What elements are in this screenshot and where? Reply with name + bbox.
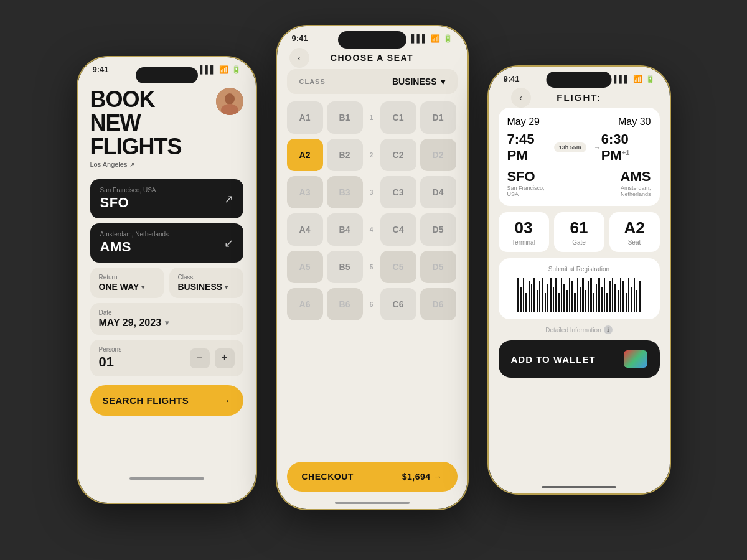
decrement-button[interactable]: − bbox=[190, 348, 210, 368]
barcode-card: Submit at Registration bbox=[499, 258, 660, 319]
return-field[interactable]: Return ONE WAY ▾ bbox=[90, 268, 164, 298]
wifi-icon-3: 📶 bbox=[633, 75, 642, 83]
time-from: 7:45 PM bbox=[507, 131, 550, 164]
seat-D4[interactable]: D4 bbox=[420, 176, 456, 208]
seat-C6[interactable]: C6 bbox=[380, 288, 416, 320]
book-title: BOOK NEW FLIGHTS Los Angeles ↗ bbox=[90, 88, 182, 168]
to-code-3: AMS bbox=[621, 169, 651, 185]
signal-icon-2: ▌▌▌ bbox=[411, 34, 428, 43]
seat-D5[interactable]: D5 bbox=[420, 213, 456, 246]
seat-B6: B6 bbox=[327, 288, 363, 320]
seat-D5b: D5 bbox=[420, 251, 456, 283]
location-row: Los Angeles ↗ bbox=[90, 161, 182, 168]
seat-B2[interactable]: B2 bbox=[327, 139, 363, 171]
seat-A1[interactable]: A1 bbox=[287, 101, 323, 134]
class-selector[interactable]: CLASS BUSINESS ▾ bbox=[287, 69, 458, 94]
wifi-icon-2: 📶 bbox=[431, 34, 440, 43]
to-country: Netherlands bbox=[621, 191, 651, 197]
terminal-value: 03 bbox=[505, 218, 543, 238]
battery-icon-1: 🔋 bbox=[232, 65, 241, 74]
arrow-right-icon: → bbox=[594, 143, 601, 152]
from-field[interactable]: San Francisco, USA SFO ↗ bbox=[90, 179, 243, 218]
date-label: Date bbox=[99, 309, 235, 316]
seat-grid: A1 B1 1 C1 D1 A2 B2 2 C2 D2 A3 B3 3 C3 D… bbox=[277, 101, 467, 455]
row-num-2: 2 bbox=[367, 152, 377, 159]
search-arrow-icon: → bbox=[221, 395, 231, 406]
class-chevron-icon: ▾ bbox=[225, 284, 228, 291]
add-wallet-label: ADD TO WALLET bbox=[511, 354, 596, 365]
status-bar-3: 9:41 ▌▌▌ 📶 🔋 bbox=[489, 67, 670, 87]
seat-A3: A3 bbox=[287, 176, 323, 208]
home-indicator-1 bbox=[129, 477, 204, 480]
row-num-6: 6 bbox=[367, 301, 377, 308]
terminal-box: 03 Terminal bbox=[499, 212, 549, 252]
to-field[interactable]: Amsterdam, Netherlands AMS ↙ bbox=[90, 223, 243, 263]
seat-B5[interactable]: B5 bbox=[327, 251, 363, 283]
persons-left: Persons 01 bbox=[99, 346, 122, 370]
class-label: Class bbox=[178, 274, 235, 281]
flight-times: 7:45 PM 13h 55m → 6:30 PM+1 bbox=[507, 131, 651, 164]
time-to: 6:30 PM+1 bbox=[601, 131, 651, 164]
class-value: BUSINESS ▾ bbox=[178, 282, 235, 292]
signal-icon-3: ▌▌▌ bbox=[614, 75, 630, 83]
increment-button[interactable]: + bbox=[215, 348, 235, 368]
seat-C5: C5 bbox=[380, 251, 416, 283]
airports: SFO San Francisco, USA AMS Amsterdam, Ne… bbox=[507, 169, 651, 197]
checkout-price: $1,694 → bbox=[402, 472, 443, 482]
seat-row-2: A2 B2 2 C2 D2 bbox=[287, 139, 458, 171]
seat-A2[interactable]: A2 bbox=[287, 139, 323, 171]
status-bar-2: 9:41 ▌▌▌ 📶 🔋 bbox=[277, 26, 467, 47]
barcode-title: Submit at Registration bbox=[507, 266, 651, 273]
seat-B4[interactable]: B4 bbox=[327, 213, 363, 246]
checkout-arrow-icon: → bbox=[433, 472, 443, 482]
seat-B1[interactable]: B1 bbox=[327, 101, 363, 134]
info-icon: ℹ bbox=[604, 325, 613, 334]
location-arrow-icon: ↗ bbox=[129, 161, 134, 168]
avatar-image bbox=[216, 88, 243, 115]
class-selector-label: CLASS bbox=[299, 78, 326, 85]
to-code: AMS bbox=[100, 239, 233, 255]
date-value: MAY 29, 2023 ▾ bbox=[99, 317, 235, 329]
from-code: SFO bbox=[100, 195, 233, 211]
duration-line: 13h 55m → bbox=[550, 142, 601, 152]
checkout-button[interactable]: CHECKOUT $1,694 → bbox=[287, 462, 458, 492]
seat-C2[interactable]: C2 bbox=[380, 139, 416, 171]
seat-C4[interactable]: C4 bbox=[380, 213, 416, 246]
persons-label: Persons bbox=[99, 346, 122, 353]
home-indicator-3 bbox=[542, 486, 616, 488]
to-city: Amsterdam, bbox=[621, 185, 651, 191]
duration-badge: 13h 55m bbox=[554, 142, 586, 152]
add-wallet-button[interactable]: ADD TO WALLET bbox=[499, 340, 660, 378]
detailed-info[interactable]: Detailed Information ℹ bbox=[499, 325, 660, 334]
status-icons-2: ▌▌▌ 📶 🔋 bbox=[411, 34, 453, 43]
date-from: May 29 bbox=[507, 116, 540, 128]
back-button-2[interactable]: ‹ bbox=[289, 48, 309, 68]
flight-dates: May 29 May 30 bbox=[507, 116, 651, 128]
wallet-icon bbox=[624, 350, 647, 368]
seat-D1[interactable]: D1 bbox=[420, 101, 456, 134]
back-button-3[interactable]: ‹ bbox=[511, 88, 531, 108]
seat-A4[interactable]: A4 bbox=[287, 213, 323, 246]
avatar-svg bbox=[216, 88, 243, 115]
seat-C3[interactable]: C3 bbox=[380, 176, 416, 208]
checkout-label: CHECKOUT bbox=[302, 472, 354, 482]
seat-A5: A5 bbox=[287, 251, 323, 283]
seat-value: A2 bbox=[616, 218, 654, 238]
date-field[interactable]: Date MAY 29, 2023 ▾ bbox=[90, 303, 243, 335]
dynamic-island-1 bbox=[136, 67, 198, 83]
to-arrow-icon: ↙ bbox=[224, 236, 233, 250]
phone-3: 9:41 ▌▌▌ 📶 🔋 ‹ FLIGHT: May 29 May 30 7:4… bbox=[487, 65, 671, 495]
persons-value: 01 bbox=[99, 354, 122, 370]
phone1-content: BOOK NEW FLIGHTS Los Angeles ↗ bbox=[78, 78, 256, 474]
row-num-5: 5 bbox=[367, 264, 377, 271]
dynamic-island-2 bbox=[338, 31, 406, 49]
phone1-header: BOOK NEW FLIGHTS Los Angeles ↗ bbox=[90, 88, 243, 168]
flight-title: FLIGHT: bbox=[557, 92, 601, 103]
seat-D6: D6 bbox=[420, 288, 456, 320]
search-flights-button[interactable]: SEARCH FLIGHTS → bbox=[90, 385, 243, 416]
avatar[interactable] bbox=[216, 88, 243, 115]
seat-C1[interactable]: C1 bbox=[380, 101, 416, 134]
phone-2: 9:41 ▌▌▌ 📶 🔋 ‹ CHOOSE A SEAT CLASS BUSIN… bbox=[276, 25, 469, 510]
class-field[interactable]: Class BUSINESS ▾ bbox=[169, 268, 243, 298]
time-2: 9:41 bbox=[292, 34, 308, 43]
